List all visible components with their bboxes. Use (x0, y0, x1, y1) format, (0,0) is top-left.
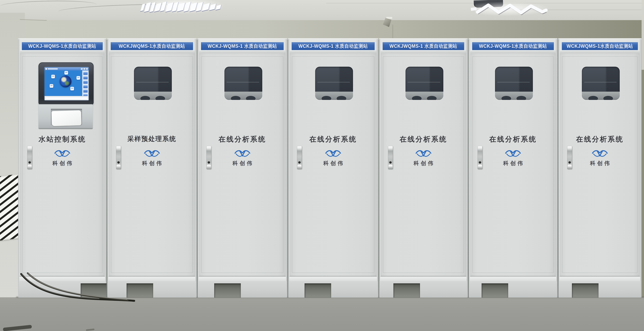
instrument-shape (337, 96, 346, 100)
cabinet-header-text: WCKJ-WQMS-1水质自动监测站 (28, 43, 96, 49)
cabinet-bottom-rail (560, 276, 640, 282)
door-handle (116, 146, 121, 169)
cabinet-plinth (559, 281, 641, 298)
minimize-icon (81, 68, 83, 70)
keyhole-icon (568, 161, 571, 164)
plinth-vent (394, 283, 420, 298)
instrument-shape (140, 96, 150, 100)
handle-notch (568, 165, 572, 167)
handle-notch (388, 165, 392, 167)
scada-map-area (44, 70, 82, 96)
cabinet-gap (558, 39, 558, 298)
keyhole-icon (389, 161, 392, 164)
cabinet-plinth (289, 281, 378, 298)
kechuangwei-w-logo-icon (54, 149, 70, 158)
cabinet-door-label: 在线分析系统 (560, 135, 640, 144)
viewing-window (495, 67, 533, 100)
cabinet-header-banner: WCKJ-WQMS-1 水质自动监测站 (292, 42, 374, 50)
brand-name: 科创伟 (470, 160, 556, 167)
plinth-vent (81, 283, 107, 298)
station-node-icon (64, 71, 68, 75)
plinth-vent (572, 283, 598, 298)
scada-screen (44, 67, 88, 100)
cabinet-header-banner: WCKJ-WQMS-1水质自动监测站 (22, 42, 103, 50)
cabinet-header-banner: WCKJWQMS-1水质自动监测站 (562, 42, 638, 50)
printer-unit (38, 104, 93, 129)
plinth-vent (482, 283, 508, 298)
cabinet-door-label: 在线分析系统 (470, 135, 556, 144)
glass-reflection (136, 82, 169, 82)
station-node-icon (51, 75, 55, 78)
cabinet-door-label: 在线分析系统 (199, 135, 286, 144)
monitoring-cabinet: WCKJ-WQMS-1水质自动监测站 在线分析系统 (468, 38, 558, 298)
instrument-silhouette (495, 92, 533, 100)
app-title-text (48, 68, 58, 69)
viewing-window (406, 67, 443, 100)
door-handle (206, 146, 211, 169)
ceiling-light (141, 0, 223, 14)
glass-reflection (408, 82, 440, 82)
glass-reflection (226, 82, 259, 82)
scada-statusbar (44, 96, 88, 100)
cabinet-door: 水站控制系统 科创伟 (20, 53, 104, 276)
cabinet-door: 在线分析系统 科创伟 (560, 53, 640, 276)
wall-louver-vent (0, 174, 21, 241)
brand-name: 科创伟 (381, 160, 466, 167)
brand-name: 科创伟 (20, 160, 104, 167)
station-node-icon (50, 84, 53, 88)
keyhole-icon (28, 161, 31, 164)
kechuangwei-w-logo-icon (234, 149, 251, 158)
glass-reflection (497, 82, 530, 82)
menu-button (83, 81, 88, 84)
door-handle (388, 146, 393, 169)
instrument-silhouette (134, 92, 172, 100)
cabinet-plinth (19, 281, 106, 298)
kechuangwei-w-logo-icon (325, 149, 342, 158)
monitoring-cabinet: WCKJWQMS-1水质自动监测站 采样预处理系统 (107, 38, 197, 298)
keyhole-icon (117, 161, 120, 164)
menu-button (83, 72, 88, 75)
plinth-vent (304, 283, 331, 298)
handle-notch (117, 165, 120, 167)
cabinet-door-label: 在线分析系统 (381, 135, 466, 144)
handle-notch (28, 165, 32, 167)
light-baffle-shape (209, 4, 216, 11)
menu-button (83, 85, 88, 88)
brand-name: 科创伟 (109, 160, 195, 167)
viewing-window (582, 67, 620, 100)
door-handle (297, 146, 302, 169)
instrument-shape (502, 96, 511, 100)
ceiling-light-glow (475, 1, 550, 16)
instrument-silhouette (582, 92, 620, 100)
cabinet-door: 在线分析系统 科创伟 (381, 53, 466, 276)
instrument-silhouette (315, 92, 353, 100)
cabinet-door: 在线分析系统 科创伟 (470, 53, 556, 276)
keyhole-icon (208, 161, 210, 164)
scada-titlebar (44, 67, 88, 70)
app-logo-icon (45, 68, 47, 70)
cabinet-gap (106, 39, 108, 298)
instrument-shape (322, 96, 331, 100)
cabinet-bottom-rail (199, 276, 286, 282)
cabinet-header-text: WCKJ-WQMS-1 水质自动监测站 (298, 43, 368, 49)
cabinet-bottom-rail (380, 276, 466, 282)
instrument-shape (427, 96, 437, 100)
cabinet-header-banner: WCKJWQMS-1 水质自动监测站 (383, 42, 464, 50)
cabinet-header-text: WCKJ-WQMS-1 水质自动监测站 (208, 43, 277, 49)
instrument-shape (603, 96, 613, 100)
cabinet-bottom-rail (108, 276, 196, 282)
cabinet-header-text: WCKJWQMS-1水质自动监测站 (567, 43, 633, 49)
close-icon (86, 68, 88, 70)
door-handle (478, 146, 482, 169)
instrument-shape (246, 96, 256, 100)
cabinet-plinth (469, 281, 557, 298)
door-handle (27, 146, 32, 169)
brand-name: 科创伟 (290, 160, 376, 167)
brand-name: 科创伟 (199, 160, 286, 167)
monitoring-cabinet: WCKJWQMS-1水质自动监测站 在线分析系统 (558, 38, 642, 298)
maximize-icon (83, 68, 85, 70)
cabinet-door-label: 水站控制系统 (20, 135, 104, 144)
cabinet-gap (468, 39, 469, 298)
hmi-monitor (38, 62, 94, 105)
cabinet-bottom-rail (20, 276, 105, 282)
